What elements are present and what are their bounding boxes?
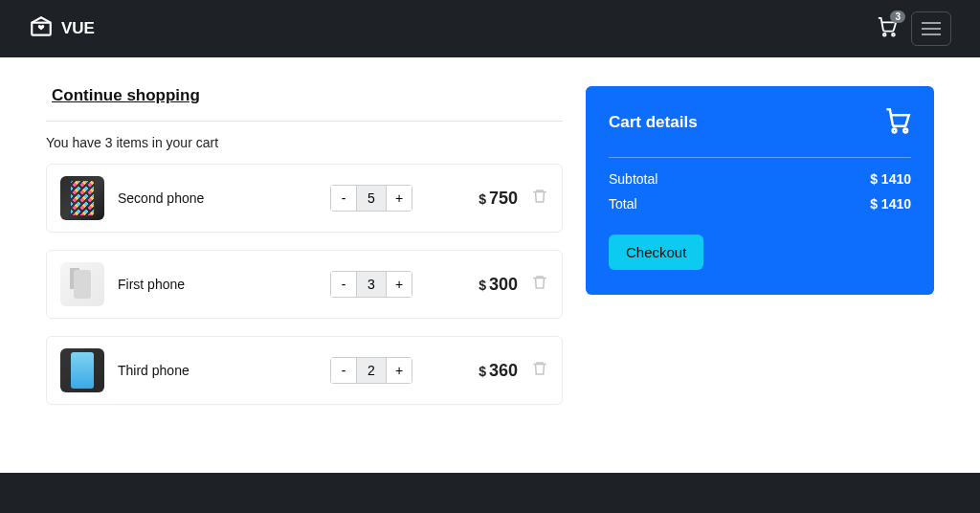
footer (0, 473, 980, 513)
currency-symbol: $ (479, 364, 486, 379)
line-price: $360 (451, 361, 518, 381)
svg-point-2 (893, 129, 897, 133)
panel-title: Cart details (609, 113, 698, 132)
brand[interactable]: VUE (29, 14, 95, 44)
box-heart-icon (29, 14, 54, 44)
product-thumb (60, 176, 104, 220)
product-name: Second phone (118, 190, 204, 206)
total-label: Total (609, 196, 637, 212)
product-thumb (60, 348, 104, 392)
qty-decrease-button[interactable]: - (330, 357, 357, 384)
qty-value: 2 (357, 357, 386, 384)
nav-cart-button[interactable]: 3 (877, 16, 898, 41)
remove-item-button[interactable] (531, 188, 548, 209)
qty-increase-button[interactable]: + (386, 271, 412, 298)
qty-decrease-button[interactable]: - (330, 185, 357, 212)
svg-point-0 (883, 33, 886, 36)
cart-summary-text: You have 3 items in your cart (46, 135, 563, 150)
currency-symbol: $ (870, 171, 878, 187)
cart-icon (884, 107, 911, 138)
qty-increase-button[interactable]: + (386, 185, 412, 212)
subtotal-row: Subtotal $ 1410 (609, 171, 911, 187)
nav-right: 3 (877, 11, 951, 46)
continue-shopping-link[interactable]: Continue shopping (52, 86, 200, 105)
price-value: 360 (489, 361, 518, 380)
product-name: Third phone (118, 363, 189, 378)
line-price: $750 (451, 189, 518, 209)
qty-value: 5 (357, 185, 386, 212)
cart-count-badge: 3 (890, 11, 905, 23)
cart-item: First phone - 3 + $300 (46, 250, 563, 319)
subtotal-label: Subtotal (609, 171, 657, 187)
cart-item: Second phone - 5 + $750 (46, 164, 563, 233)
price-value: 750 (489, 189, 518, 208)
cart-items-column: Continue shopping You have 3 items in yo… (46, 86, 563, 422)
remove-item-button[interactable] (531, 360, 548, 381)
panel-divider (609, 157, 911, 158)
quantity-stepper: - 2 + (330, 357, 412, 384)
product-name: First phone (118, 277, 185, 292)
line-price: $300 (451, 275, 518, 295)
brand-text: VUE (61, 19, 95, 38)
total-value: 1410 (881, 196, 911, 212)
cart-details-column: Cart details Subtotal $ 1410 Total $ 141… (586, 86, 934, 422)
qty-increase-button[interactable]: + (386, 357, 412, 384)
total-row: Total $ 1410 (609, 196, 911, 212)
remove-item-button[interactable] (531, 274, 548, 295)
price-value: 300 (489, 275, 518, 294)
currency-symbol: $ (479, 191, 486, 207)
currency-symbol: $ (479, 278, 486, 293)
quantity-stepper: - 3 + (330, 271, 412, 298)
navbar: VUE 3 (0, 0, 980, 57)
page: Continue shopping You have 3 items in yo… (0, 57, 980, 451)
menu-toggle[interactable] (911, 11, 951, 46)
svg-point-3 (903, 129, 907, 133)
qty-value: 3 (357, 271, 386, 298)
currency-symbol: $ (870, 196, 878, 212)
product-thumb (60, 262, 104, 306)
quantity-stepper: - 5 + (330, 185, 412, 212)
cart-item: Third phone - 2 + $360 (46, 336, 563, 405)
subtotal-value: 1410 (881, 171, 911, 187)
svg-point-1 (892, 33, 895, 36)
qty-decrease-button[interactable]: - (330, 271, 357, 298)
divider (46, 121, 563, 122)
checkout-button[interactable]: Checkout (609, 234, 703, 270)
cart-details-panel: Cart details Subtotal $ 1410 Total $ 141… (586, 86, 934, 295)
